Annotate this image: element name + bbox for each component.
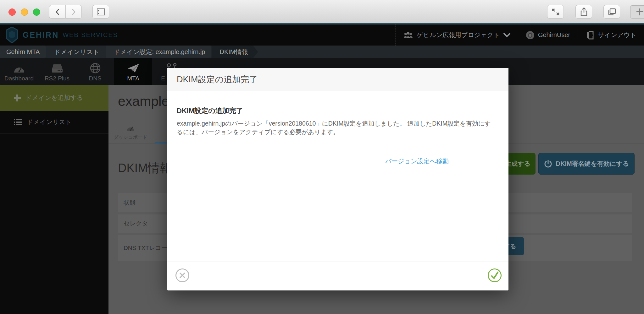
close-window-button[interactable] [8, 8, 16, 16]
browser-chrome [0, 0, 644, 23]
share-button[interactable] [575, 5, 592, 19]
gehirn-logo[interactable]: GEHIRN WEB SERVICES [6, 26, 118, 44]
user-menu[interactable]: GehirnUser [518, 24, 578, 46]
plus-icon [14, 95, 21, 101]
avatar [526, 31, 535, 40]
checkmark-icon [490, 271, 499, 280]
share-icon [580, 7, 588, 17]
service-item-rs2-plus[interactable]: RS2 Plus [38, 58, 76, 85]
signout-label: サインアウト [598, 31, 636, 39]
service-item-dashboard[interactable]: Dashboard [0, 58, 38, 85]
modal-close-button[interactable] [175, 268, 189, 282]
service-item-dns[interactable]: DNS [76, 58, 114, 85]
tabs-icon [608, 8, 616, 16]
power-icon [544, 160, 552, 168]
people-icon [403, 31, 413, 39]
gauge-icon [126, 124, 135, 132]
fullscreen-icon [552, 8, 560, 16]
breadcrumb: Gehirn MTA ドメインリスト ドメイン設定: example.gehir… [0, 46, 644, 58]
chevron-down-icon [503, 33, 510, 37]
breadcrumb-item-dkim-info[interactable]: DKIM情報 [211, 46, 258, 58]
project-selector[interactable]: ゲヒルン広報用プロジェクト [395, 24, 518, 46]
gehirn-hexagon-icon [6, 26, 18, 44]
mta-sidebar: ドメインを追加する ドメインリスト [0, 85, 108, 314]
modal-body-text: example.gehirn.jpのバージョン「version20180610」… [177, 119, 496, 136]
dkim-complete-modal: DKIM設定の追加完了 DKIM設定の追加完了 example.gehirn.j… [167, 68, 508, 290]
new-tab-button[interactable] [630, 5, 644, 19]
dkim-section-title: DKIM情報 [118, 160, 172, 176]
breadcrumb-item-gehirn-mta[interactable]: Gehirn MTA [0, 46, 50, 58]
site-header: GEHIRN WEB SERVICES ゲヒルン広報用プロジェクト Gehirn… [0, 23, 644, 46]
paper-plane-icon [127, 63, 140, 74]
project-name: ゲヒルン広報用プロジェクト [417, 31, 500, 39]
minimize-window-button[interactable] [21, 8, 28, 16]
go-to-version-settings-link[interactable]: バージョン設定へ移動 [385, 157, 449, 165]
show-tabs-button[interactable] [603, 5, 620, 19]
sidebar-item-domain-list[interactable]: ドメインリスト [0, 111, 108, 133]
globe-icon [90, 62, 101, 74]
service-item-mta[interactable]: MTA [114, 58, 152, 85]
signout-icon [586, 31, 594, 40]
modal-subtitle: DKIM設定の追加完了 [177, 106, 243, 116]
close-icon [179, 272, 186, 279]
gauge-icon [13, 63, 25, 74]
fullscreen-button[interactable] [547, 5, 564, 19]
sidebar-item-add-domain[interactable]: ドメインを追加する [0, 85, 108, 111]
chevron-left-icon [55, 8, 60, 16]
back-button[interactable] [49, 5, 65, 19]
tab-dashboard[interactable]: ダッシュボード [108, 122, 153, 143]
signout-button[interactable]: サインアウト [578, 24, 644, 46]
server-icon [51, 63, 64, 74]
plus-icon [633, 5, 644, 19]
forward-button[interactable] [65, 5, 82, 19]
enable-dkim-key-button[interactable]: DKIM署名鍵を有効にする [538, 153, 635, 175]
breadcrumb-item-domain-list[interactable]: ドメインリスト [46, 46, 109, 58]
modal-header: DKIM設定の追加完了 [167, 68, 508, 91]
list-icon [14, 119, 22, 126]
zoom-window-button[interactable] [33, 8, 40, 16]
chevron-right-icon [71, 8, 76, 16]
user-name: GehirnUser [538, 31, 570, 39]
modal-confirm-button[interactable] [488, 268, 502, 282]
modal-footer [167, 262, 508, 290]
sidebar-icon [97, 8, 105, 16]
breadcrumb-item-domain-settings[interactable]: ドメイン設定: example.gehirn.jp [106, 46, 215, 58]
sidebar-toggle-button[interactable] [92, 5, 109, 19]
modal-title: DKIM設定の追加完了 [177, 74, 258, 85]
logo-brand-text: GEHIRN [23, 30, 59, 40]
logo-suffix-text: WEB SERVICES [63, 31, 118, 39]
